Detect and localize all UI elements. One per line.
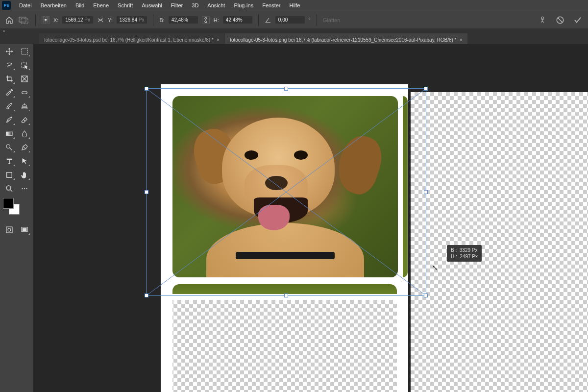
tools-panel [0,44,33,392]
svg-point-12 [22,188,23,189]
height-label: H: [214,17,219,23]
foreground-color-swatch[interactable] [3,198,14,209]
svg-point-2 [541,17,544,19]
svg-point-11 [6,186,11,190]
svg-rect-15 [6,227,12,233]
close-icon[interactable]: × [459,37,462,43]
transform-handle-tr[interactable] [424,87,428,91]
menu-view[interactable]: Ansicht [203,1,229,10]
zoom-tool[interactable] [3,183,15,194]
gradient-tool[interactable] [3,128,15,139]
svg-rect-18 [23,228,26,231]
svg-rect-0 [19,17,26,22]
svg-rect-4 [22,49,27,54]
shape-tool[interactable] [3,170,15,180]
frame-tool[interactable] [18,74,30,84]
puppet-icon[interactable] [538,16,547,24]
menu-type[interactable]: Schrift [113,1,137,10]
commit-transform-icon[interactable] [573,16,582,24]
transform-size-tooltip: B : 3329 Px H : 2497 Px [447,245,482,262]
menu-layer[interactable]: Ebene [89,1,113,10]
width-value[interactable]: 42,48% [169,16,198,24]
width-label: B: [159,17,164,23]
transform-icon[interactable] [18,16,29,24]
angle-value[interactable]: 0,00 [275,16,305,24]
eyedropper-tool[interactable] [3,87,15,98]
menu-image[interactable]: Bild [71,1,89,10]
link-dimensions-icon[interactable] [202,16,210,24]
dodge-tool[interactable] [3,142,15,153]
options-bar: X: 1569,12 Px Y: 1326,84 Px B: 42,48% H:… [0,11,588,28]
antialias-label[interactable]: Glätten [323,17,340,23]
panel-collapse-strip[interactable]: « [0,28,588,33]
angle-icon [265,17,271,24]
healing-brush-tool[interactable] [18,87,30,98]
tab-title: fotocollage-05-3-fotos.png bei 16,7% (la… [230,37,456,43]
home-icon[interactable] [5,16,14,24]
hand-tool[interactable] [18,170,30,180]
transparency-area [166,300,406,392]
svg-point-13 [24,188,24,189]
document-tab-bar: fotocollage-05-3-fotos.psd bei 16,7% (He… [0,33,588,44]
cancel-transform-icon[interactable] [556,16,564,24]
menu-bar: Ps Datei Bearbeiten Bild Ebene Schrift A… [0,0,588,11]
brush-tool[interactable] [3,101,15,112]
svg-rect-1 [21,19,28,24]
pen-tool[interactable] [18,142,30,153]
transform-handle-tl[interactable] [145,87,148,91]
canvas-workspace[interactable]: B : 3329 Px H : 2497 Px ⤡ [33,44,588,392]
menu-window[interactable]: Fenster [258,1,285,10]
path-select-tool[interactable] [18,156,30,167]
clone-stamp-tool[interactable] [18,101,30,112]
menu-file[interactable]: Datei [15,1,36,10]
resize-cursor-icon: ⤡ [432,264,438,271]
history-brush-tool[interactable] [3,115,15,125]
text-tool[interactable] [3,156,15,167]
placed-image-2 [172,284,397,294]
move-tool[interactable] [3,46,15,57]
color-swatches[interactable] [3,198,23,218]
object-select-tool[interactable] [18,60,30,71]
x-value[interactable]: 1569,12 Px [62,16,93,24]
close-icon[interactable]: × [217,37,220,43]
placed-image[interactable] [172,96,398,277]
transform-handle-ml[interactable] [145,190,148,194]
svg-point-16 [8,228,11,231]
svg-rect-10 [6,172,12,178]
document-tab-0[interactable]: fotocollage-05-3-fotos.psd bei 16,7% (He… [39,33,224,44]
collage-frame [161,84,172,392]
svg-point-14 [26,188,27,189]
transparency-area [411,92,588,392]
menu-filter[interactable]: Filter [167,1,187,10]
angle-unit: ° [309,17,311,23]
lasso-tool[interactable] [3,60,15,71]
menu-plugins[interactable]: Plug-ins [229,1,258,10]
y-value[interactable]: 1326,84 Px [117,16,147,24]
app-logo: Ps [2,1,11,10]
document-tab-1[interactable]: fotocollage-05-3-fotos.png bei 16,7% (la… [225,33,467,44]
menu-edit[interactable]: Bearbeiten [36,1,71,10]
height-value[interactable]: 42,48% [223,16,252,24]
edit-toolbar-button[interactable] [18,183,30,194]
y-label: Y: [108,17,113,23]
menu-help[interactable]: Hilfe [285,1,304,10]
svg-rect-8 [6,132,12,136]
screen-mode-toggle[interactable] [18,224,30,235]
menu-select[interactable]: Auswahl [137,1,167,10]
x-label: X: [53,17,58,23]
placed-image-edge [403,96,408,277]
tab-title: fotocollage-05-3-fotos.psd bei 16,7% (He… [44,37,214,43]
reference-point-grid[interactable] [42,16,49,24]
crop-tool[interactable] [3,74,15,84]
blur-tool[interactable] [18,128,30,139]
transform-handle-bl[interactable] [145,294,148,297]
swap-xy-icon[interactable] [97,17,104,24]
quick-mask-toggle[interactable] [3,224,15,235]
svg-point-9 [6,145,10,148]
menu-3d[interactable]: 3D [187,1,203,10]
marquee-tool[interactable] [18,46,30,57]
eraser-tool[interactable] [18,115,30,125]
